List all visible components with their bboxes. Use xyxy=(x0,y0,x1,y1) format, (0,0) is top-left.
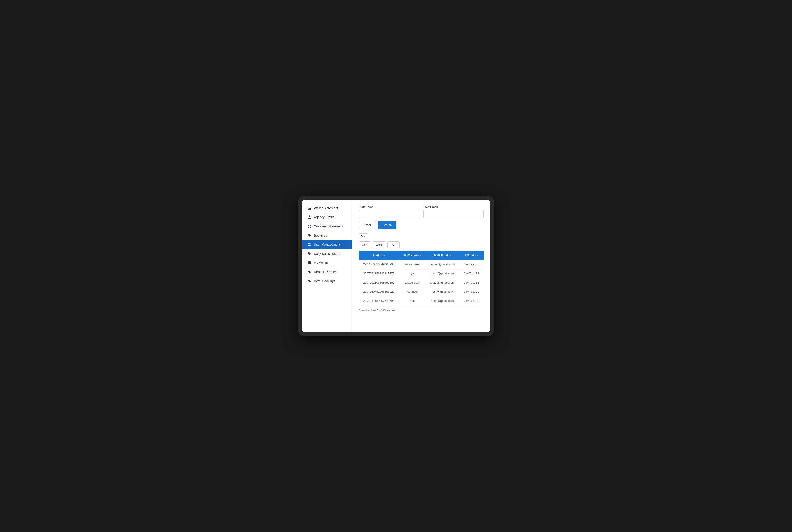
col-header-staff-name[interactable]: Staff Name⇅ xyxy=(399,251,425,260)
cell-staff-name-0: testing user xyxy=(399,260,425,269)
staff-email-input[interactable] xyxy=(423,210,484,218)
per-page-value: 5 xyxy=(361,234,363,238)
cell-staff-email-3: test@gmail.com xyxy=(425,287,459,296)
sidebar-item-label-hotel-bookings: Hotel Bookings xyxy=(314,279,335,283)
sidebar-item-user-management[interactable]: User Management xyxy=(302,240,352,249)
user-management-icon xyxy=(308,243,312,247)
export-excel-button[interactable]: Excel xyxy=(372,241,386,248)
cell-staff-name-3: test user xyxy=(399,287,425,296)
table-row: 220706082354946829​8testing usertesting@… xyxy=(359,260,484,269)
cell-staff-id-3: 220706075106615802​7 xyxy=(359,287,399,296)
chevron-down-icon: ▾ xyxy=(364,234,366,238)
my-wallet-icon xyxy=(308,261,312,265)
sidebar-item-label-user-management: User Management xyxy=(314,243,340,246)
export-csv-button[interactable]: CSV xyxy=(359,241,371,248)
cell-staff-email-4: abc2@gmail.com xyxy=(425,296,459,305)
search-form: Staff Name Staff Email Reset Search xyxy=(359,205,484,229)
cell-staff-id-1: 220705115623211777​2 xyxy=(359,269,399,278)
cell-staff-email-2: tested@gmail.com xyxy=(425,278,459,287)
cell-affiliate-2: Dev Test BB xyxy=(459,278,484,287)
sidebar-item-label-agency-profile: Agency Profile xyxy=(314,215,334,219)
sidebar-item-label-wallet-statement: Wallet Statement xyxy=(314,206,338,210)
per-page-select[interactable]: 5 ▾ xyxy=(359,233,368,239)
device-frame: Wallet StatementAgency ProfileCustomer S… xyxy=(298,196,494,336)
sort-icon-staff-name: ⇅ xyxy=(420,254,421,257)
sidebar-item-customer-statement[interactable]: Customer Statement xyxy=(302,222,352,231)
sidebar-item-label-customer-statement: Customer Statement xyxy=(314,225,343,228)
sidebar-item-deposit-request[interactable]: Deposit Request xyxy=(302,267,352,277)
entries-info: Showing 1 to 5 of 63 entries xyxy=(359,309,395,312)
wallet-statement-icon xyxy=(308,206,312,210)
cell-affiliate-3: Dev Test BB xyxy=(459,287,484,296)
btn-row: Reset Search xyxy=(359,221,484,229)
col-header-affiliate[interactable]: Affiliate⇅ xyxy=(459,251,484,260)
cell-staff-id-2: 220706110319879916​6 xyxy=(359,278,399,287)
sidebar-item-my-wallet[interactable]: My Wallet xyxy=(302,258,352,267)
bookings-icon xyxy=(308,233,312,238)
export-pdf-button[interactable]: PDF xyxy=(387,241,400,248)
table-row: 220705115623211777​2ayanayan@gmail.comDe… xyxy=(359,269,484,278)
deposit-request-icon xyxy=(308,270,312,274)
sidebar-item-label-deposit-request: Deposit Request xyxy=(314,270,337,274)
sidebar-item-hotel-bookings[interactable]: Hotel Bookings xyxy=(302,277,352,286)
cell-staff-id-0: 220706082354946829​8 xyxy=(359,260,399,269)
col-header-staff-id[interactable]: Staff Id⇅ xyxy=(359,251,399,260)
cell-staff-name-4: abc xyxy=(399,296,425,305)
header-row: Staff Id⇅Staff Name⇅Staff Email⇅Affiliat… xyxy=(359,251,484,260)
cell-staff-id-4: 220705115920757969​4 xyxy=(359,296,399,305)
agency-profile-icon xyxy=(308,215,312,219)
reset-button[interactable]: Reset xyxy=(359,221,376,229)
cell-staff-name-1: ayan xyxy=(399,269,425,278)
cell-affiliate-4: Dev Test BB xyxy=(459,296,484,305)
sidebar-item-bookings[interactable]: Bookings xyxy=(302,231,352,240)
svg-point-2 xyxy=(310,263,311,264)
table-row: 220705115920757969​4abcabc2@gmail.comDev… xyxy=(359,296,484,305)
cell-staff-name-2: tested user xyxy=(399,278,425,287)
daily-sales-report-icon xyxy=(308,252,312,256)
export-buttons: CSVExcelPDF xyxy=(359,241,484,248)
staff-name-group: Staff Name xyxy=(359,205,419,218)
search-button[interactable]: Search xyxy=(378,221,396,229)
sidebar-item-label-daily-sales-report: Daily Sales Report xyxy=(314,252,340,255)
staff-name-label: Staff Name xyxy=(359,205,419,209)
form-row: Staff Name Staff Email xyxy=(359,205,484,218)
cell-affiliate-1: Dev Test BB xyxy=(459,269,484,278)
sidebar-item-wallet-statement[interactable]: Wallet Statement xyxy=(302,204,352,213)
table-controls: 5 ▾ xyxy=(359,233,484,239)
staff-email-label: Staff Email xyxy=(423,205,484,209)
hotel-bookings-icon xyxy=(308,279,312,283)
sidebar-item-daily-sales-report[interactable]: Daily Sales Report xyxy=(302,249,352,258)
sort-icon-staff-email: ⇅ xyxy=(450,254,451,257)
sort-icon-staff-id: ⇅ xyxy=(384,254,385,257)
cell-staff-email-0: testing@gmail.com xyxy=(425,260,459,269)
table-header: Staff Id⇅Staff Name⇅Staff Email⇅Affiliat… xyxy=(359,251,484,260)
customer-statement-icon xyxy=(308,224,312,228)
table-body: 220706082354946829​8testing usertesting@… xyxy=(359,260,484,305)
device-screen: Wallet StatementAgency ProfileCustomer S… xyxy=(302,200,490,332)
sidebar: Wallet StatementAgency ProfileCustomer S… xyxy=(302,200,352,332)
col-header-staff-email[interactable]: Staff Email⇅ xyxy=(425,251,459,260)
table-footer: Showing 1 to 5 of 63 entries xyxy=(359,309,484,312)
staff-email-group: Staff Email xyxy=(423,205,484,218)
sidebar-item-label-bookings: Bookings xyxy=(314,234,327,237)
staff-name-input[interactable] xyxy=(359,210,419,218)
table-row: 220706075106615802​7test usertest@gmail.… xyxy=(359,287,484,296)
main-content: Staff Name Staff Email Reset Search 5 xyxy=(352,200,490,332)
sidebar-item-label-my-wallet: My Wallet xyxy=(314,261,328,265)
data-table: Staff Id⇅Staff Name⇅Staff Email⇅Affiliat… xyxy=(359,251,484,305)
table-row: 220706110319879916​6tested usertested@gm… xyxy=(359,278,484,287)
sidebar-item-agency-profile[interactable]: Agency Profile xyxy=(302,213,352,222)
cell-staff-email-1: ayan@gmail.com xyxy=(425,269,459,278)
sort-icon-affiliate: ⇅ xyxy=(477,254,478,257)
cell-affiliate-0: Dev Test BB xyxy=(459,260,484,269)
